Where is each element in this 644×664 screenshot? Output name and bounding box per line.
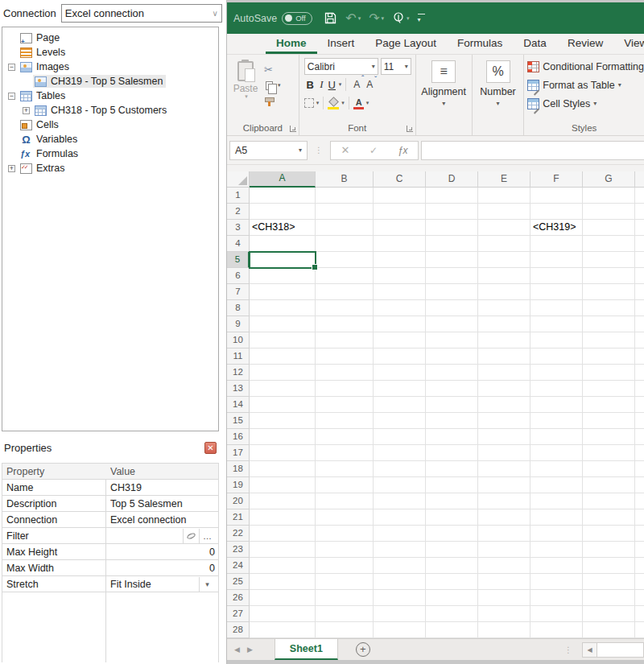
cell-B9[interactable] bbox=[316, 316, 374, 332]
cell-B4[interactable] bbox=[316, 236, 374, 252]
cell-B25[interactable] bbox=[316, 574, 374, 590]
cell-A4[interactable] bbox=[250, 236, 316, 252]
tab-page-layout[interactable]: Page Layout bbox=[365, 34, 447, 54]
conditional-formatting-button[interactable]: Conditional Formatting bbox=[527, 57, 644, 76]
cell-A14[interactable] bbox=[250, 397, 316, 413]
row-header-21[interactable]: 21 bbox=[227, 509, 250, 526]
sheetbar-splitter[interactable]: ⋮ bbox=[564, 645, 572, 654]
horizontal-scrollbar[interactable]: ◀ bbox=[582, 642, 644, 658]
cell-A15[interactable] bbox=[250, 413, 316, 429]
cell-E19[interactable] bbox=[478, 477, 530, 493]
copy-dropdown-icon[interactable]: ▾ bbox=[278, 82, 281, 89]
cell-B13[interactable] bbox=[316, 381, 374, 397]
cell-G22[interactable] bbox=[583, 526, 635, 542]
cell-E28[interactable] bbox=[478, 622, 530, 638]
undo-dropdown-icon[interactable]: ▾ bbox=[358, 15, 361, 22]
cell-F28[interactable] bbox=[530, 622, 583, 638]
cell-F5[interactable] bbox=[530, 252, 583, 268]
cell-E5[interactable] bbox=[478, 252, 530, 268]
cell-E3[interactable] bbox=[478, 220, 530, 236]
cell-E25[interactable] bbox=[478, 574, 530, 590]
cell-B17[interactable] bbox=[316, 445, 374, 461]
cancel-icon[interactable]: ✕ bbox=[341, 144, 349, 156]
cell-F2[interactable] bbox=[530, 204, 583, 220]
row-header-28[interactable]: 28 bbox=[227, 622, 250, 638]
cell-C10[interactable] bbox=[374, 332, 426, 348]
cell-G20[interactable] bbox=[583, 493, 635, 509]
fill-color-icon[interactable] bbox=[328, 97, 340, 109]
redo-dropdown-icon[interactable]: ▾ bbox=[382, 15, 385, 22]
eraser-icon[interactable] bbox=[183, 529, 199, 543]
cell-E26[interactable] bbox=[478, 590, 530, 606]
cell-F25[interactable] bbox=[530, 574, 583, 590]
cell-A7[interactable] bbox=[250, 284, 316, 300]
expander-minus-icon[interactable]: − bbox=[8, 64, 15, 71]
cell-D5[interactable] bbox=[426, 252, 478, 268]
cell-E4[interactable] bbox=[478, 236, 530, 252]
cell-E18[interactable] bbox=[478, 461, 530, 477]
borders-icon[interactable] bbox=[304, 98, 314, 108]
tree-item-cells[interactable]: Cells bbox=[2, 118, 218, 132]
row-header-22[interactable]: 22 bbox=[227, 526, 250, 542]
sheet-nav-right-icon[interactable]: ▶ bbox=[247, 645, 253, 654]
cell-F21[interactable] bbox=[530, 509, 583, 526]
cell-G2[interactable] bbox=[583, 204, 635, 220]
cell-G11[interactable] bbox=[583, 348, 635, 365]
cell-D13[interactable] bbox=[426, 381, 478, 397]
row-header-27[interactable]: 27 bbox=[227, 606, 250, 622]
cell-A1[interactable] bbox=[250, 188, 316, 204]
row-header-24[interactable]: 24 bbox=[227, 558, 250, 574]
cell-C27[interactable] bbox=[374, 606, 426, 622]
cell-G27[interactable] bbox=[583, 606, 635, 622]
row-header-12[interactable]: 12 bbox=[227, 365, 250, 381]
cell-A12[interactable] bbox=[250, 365, 316, 381]
cell-D23[interactable] bbox=[426, 542, 478, 558]
cell-D14[interactable] bbox=[426, 397, 478, 413]
cell-A17[interactable] bbox=[250, 445, 316, 461]
tab-home[interactable]: Home bbox=[266, 34, 317, 54]
cell-F22[interactable] bbox=[530, 526, 583, 542]
add-sheet-icon[interactable]: + bbox=[356, 642, 370, 657]
tab-view[interactable]: View bbox=[613, 34, 644, 54]
enter-icon[interactable]: ✓ bbox=[369, 145, 378, 156]
cell-G10[interactable] bbox=[583, 332, 635, 348]
tree-item-images[interactable]: −Images bbox=[2, 60, 218, 74]
format-painter-button[interactable] bbox=[264, 95, 281, 108]
cell-D3[interactable] bbox=[426, 220, 478, 236]
cell-E24[interactable] bbox=[478, 558, 530, 574]
dropdown-icon[interactable]: ▾ bbox=[199, 577, 215, 592]
cell-F10[interactable] bbox=[530, 332, 583, 348]
formula-bar-splitter[interactable]: ⋮ bbox=[315, 146, 323, 155]
cell-A5[interactable] bbox=[250, 252, 316, 268]
connection-combobox[interactable]: Excel connection ∨ bbox=[61, 4, 222, 23]
row-header-13[interactable]: 13 bbox=[227, 381, 250, 397]
sheet-nav-left-icon[interactable]: ◀ bbox=[234, 645, 240, 654]
cell-F8[interactable] bbox=[530, 300, 583, 316]
cell-G19[interactable] bbox=[583, 477, 635, 493]
cell-F15[interactable] bbox=[530, 413, 583, 429]
tab-review[interactable]: Review bbox=[557, 34, 613, 54]
cell-C13[interactable] bbox=[374, 381, 426, 397]
cell-C21[interactable] bbox=[374, 509, 426, 526]
row-header-26[interactable]: 26 bbox=[227, 590, 250, 606]
row-header-8[interactable]: 8 bbox=[227, 300, 250, 316]
cell-D28[interactable] bbox=[426, 622, 478, 638]
cell-D25[interactable] bbox=[426, 574, 478, 590]
cell-A19[interactable] bbox=[250, 477, 316, 493]
cell-B1[interactable] bbox=[316, 188, 374, 204]
cell-E10[interactable] bbox=[478, 332, 530, 348]
cell-F17[interactable] bbox=[530, 445, 583, 461]
cell-E13[interactable] bbox=[478, 381, 530, 397]
bold-button[interactable]: B bbox=[304, 79, 316, 91]
cell-C17[interactable] bbox=[374, 445, 426, 461]
cell-B2[interactable] bbox=[316, 204, 374, 220]
cell-C24[interactable] bbox=[374, 558, 426, 574]
tree-item-formulas[interactable]: ƒxFormulas bbox=[2, 146, 218, 161]
tab-formulas[interactable]: Formulas bbox=[447, 34, 513, 54]
cell-A6[interactable] bbox=[250, 268, 316, 284]
property-value[interactable]: Fit Inside▾ bbox=[106, 576, 218, 592]
cell-E1[interactable] bbox=[478, 188, 530, 204]
row-header-23[interactable]: 23 bbox=[227, 542, 250, 558]
cell-G21[interactable] bbox=[583, 509, 635, 526]
cell-A8[interactable] bbox=[250, 300, 316, 316]
